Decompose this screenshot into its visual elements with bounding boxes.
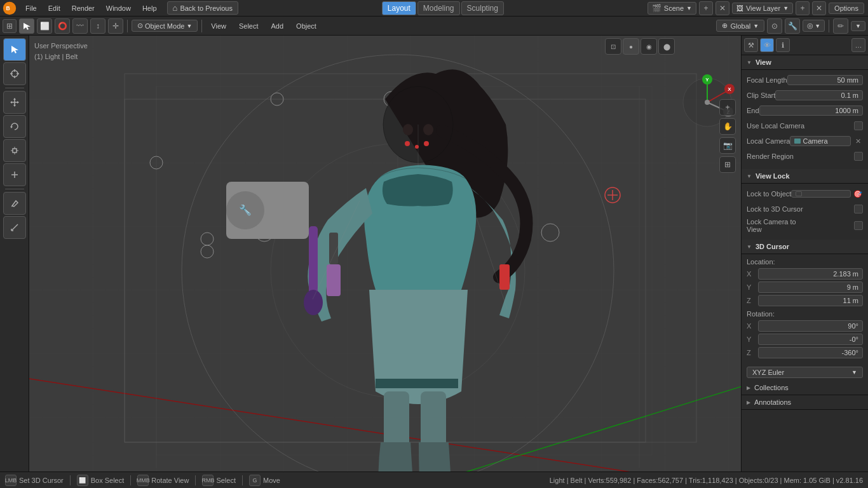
zoom-out-btn[interactable]: ⊞: [719, 156, 736, 173]
cursor-tool[interactable]: [3, 62, 26, 85]
panel-item-icon[interactable]: ℹ: [776, 38, 790, 52]
material-btn[interactable]: ◉: [641, 38, 657, 55]
tool-sep-1: [5, 88, 24, 88]
cursor-3d-body: Location: X 2.183 m Y 9 m Z 11 m Rotatio…: [742, 254, 868, 364]
cursor-rz-value[interactable]: -360°: [758, 347, 863, 358]
clip-start-value[interactable]: 0.1 m: [775, 90, 863, 100]
view-section-header[interactable]: ▼ View: [742, 55, 868, 70]
viewport[interactable]: 🔧: [29, 36, 741, 471]
object-menu[interactable]: Object: [291, 20, 322, 32]
panel-tools-icon[interactable]: ⚒: [744, 38, 758, 52]
select-tool[interactable]: [3, 38, 26, 61]
euler-selector[interactable]: XYZ Euler ▼: [747, 367, 863, 378]
stats-text: Light | Belt | Verts:559,982 | Faces:562…: [550, 477, 863, 484]
camera-clear-btn[interactable]: ✕: [853, 136, 863, 146]
view-lock-title: View Lock: [756, 172, 790, 180]
lock-object-picker-btn[interactable]: 🎯: [853, 189, 863, 199]
status-bar: LMB Set 3D Cursor ⬜ Box Select MMB Rotat…: [0, 471, 868, 488]
panel-extra-btn[interactable]: …: [851, 38, 865, 52]
circle-select-btn[interactable]: ⭕: [55, 18, 70, 34]
menu-help[interactable]: Help: [137, 3, 162, 14]
annotate-tool[interactable]: [3, 192, 26, 215]
menu-file[interactable]: File: [20, 3, 42, 14]
panel-view-icon[interactable]: 👁: [760, 38, 774, 52]
clip-end-value[interactable]: 1000 m: [759, 105, 863, 116]
menu-edit[interactable]: Edit: [43, 3, 65, 14]
focal-length-value[interactable]: 50 mm: [787, 75, 863, 85]
cursor-3d-section-header[interactable]: ▼ 3D Cursor: [742, 240, 868, 254]
zoom-in-btn[interactable]: +: [719, 99, 736, 116]
cursor-rz-label: Z: [747, 349, 756, 356]
back-to-previous-button[interactable]: ⌂ Back to Previous: [167, 1, 238, 15]
svg-rect-16: [13, 149, 17, 152]
lock-camera-view-checkbox[interactable]: [854, 221, 863, 230]
move-tool[interactable]: [3, 91, 26, 114]
move-status: G Move: [249, 475, 280, 486]
top-bar-center: Layout Modeling Sculpting: [238, 1, 648, 15]
measure-tool[interactable]: [3, 216, 26, 239]
object-mode-selector[interactable]: ⊙ Object Mode ▼: [132, 20, 198, 32]
select-tool-btn[interactable]: [19, 18, 34, 34]
render-btn[interactable]: ⬤: [658, 38, 675, 55]
view-menu[interactable]: View: [206, 20, 231, 32]
grease-pencil-btn[interactable]: ✏: [833, 18, 848, 34]
transform-tool[interactable]: [3, 163, 26, 186]
camera-btn[interactable]: 📷: [719, 137, 736, 154]
annotations-section-header[interactable]: ▶ Annotations: [742, 395, 868, 410]
transform-btn[interactable]: ✛: [108, 18, 123, 34]
scene-selector[interactable]: 🎬 Scene ▼: [648, 2, 696, 15]
toolbar-row: ⊞ ⬜ ⭕ 〰 ↕ ✛ ⊙ Object Mode ▼ View Select …: [0, 17, 868, 36]
options-button[interactable]: Options: [829, 3, 864, 14]
menu-render[interactable]: Render: [67, 3, 100, 14]
render-region-checkbox[interactable]: [854, 152, 863, 161]
use-local-camera-row: Use Local Camera: [747, 119, 863, 132]
view-layer-selector[interactable]: 🖼 View Layer ▼: [732, 3, 793, 14]
clip-start-label: Clip Start: [747, 92, 775, 99]
rotate-tool[interactable]: [3, 115, 26, 138]
workspace-sculpting-tab[interactable]: Sculpting: [461, 1, 504, 15]
cursor-y-value[interactable]: 9 m: [758, 281, 863, 293]
view-lock-section-header[interactable]: ▼ View Lock: [742, 169, 868, 184]
scale-tool[interactable]: [3, 139, 26, 162]
workspace-modeling-tab[interactable]: Modeling: [417, 1, 460, 15]
pivot-point-btn[interactable]: ⊙: [767, 18, 782, 34]
wireframe-btn[interactable]: ⊡: [605, 38, 621, 55]
svg-marker-14: [17, 101, 19, 104]
lock-3d-cursor-label: Lock to 3D Cursor: [747, 205, 803, 213]
pan-btn[interactable]: ✋: [719, 118, 736, 135]
collections-title: Collections: [754, 384, 789, 391]
close-scene-btn[interactable]: ✕: [715, 1, 729, 15]
lock-3d-cursor-checkbox[interactable]: [854, 205, 863, 214]
new-scene-btn[interactable]: +: [699, 1, 713, 15]
select-label: Select: [216, 477, 236, 484]
solid-btn[interactable]: ●: [623, 38, 639, 55]
box-select-label: Box Select: [91, 477, 125, 484]
select-menu[interactable]: Select: [234, 20, 264, 32]
box-select-btn[interactable]: ⬜: [37, 18, 52, 34]
transform-orientation-selector[interactable]: ⊕ Global ▼: [716, 20, 764, 32]
snap-btn[interactable]: 🔧: [785, 18, 800, 34]
proportional-edit-btn[interactable]: ◎ ▼: [803, 20, 825, 32]
close-view-layer-btn[interactable]: ✕: [812, 1, 826, 15]
status-sep-1: [70, 475, 71, 485]
lock-object-value[interactable]: [791, 190, 851, 198]
add-menu[interactable]: Add: [266, 20, 289, 32]
lmb-icon: LMB: [5, 475, 17, 486]
workspace-layout-tab[interactable]: Layout: [382, 1, 416, 15]
cursor-z-value[interactable]: 11 m: [758, 295, 863, 306]
tweak-btn[interactable]: ↕: [90, 18, 105, 34]
editor-type-btn[interactable]: ⊞: [3, 19, 17, 33]
scene-stats: Light | Belt | Verts:559,982 | Faces:562…: [550, 477, 863, 484]
menu-window[interactable]: Window: [101, 3, 136, 14]
cursor-x-label: X: [747, 270, 756, 278]
svg-text:X: X: [728, 86, 731, 92]
collections-section-header[interactable]: ▶ Collections: [742, 381, 868, 395]
cursor-ry-value[interactable]: -0°: [758, 334, 863, 345]
new-view-layer-btn[interactable]: +: [796, 1, 810, 15]
camera-value-field[interactable]: Camera: [790, 136, 851, 146]
use-local-camera-checkbox[interactable]: [854, 121, 863, 130]
cursor-x-value[interactable]: 2.183 m: [758, 268, 863, 280]
lasso-select-btn[interactable]: 〰: [72, 18, 88, 34]
falloff-btn[interactable]: ▼: [851, 21, 865, 31]
cursor-rx-value[interactable]: 90°: [758, 320, 863, 332]
